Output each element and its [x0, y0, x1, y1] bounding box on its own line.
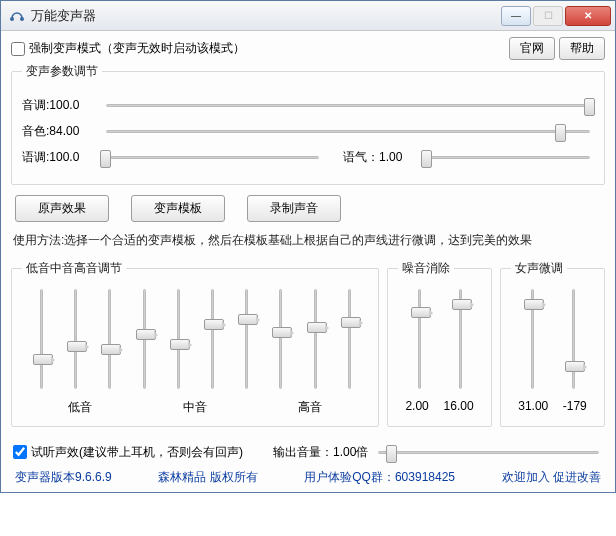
vertical-slider[interactable]	[203, 289, 221, 389]
action-buttons: 原声效果 变声模板 录制声音	[15, 195, 605, 222]
official-site-button[interactable]: 官网	[509, 37, 555, 60]
listen-input[interactable]	[13, 445, 27, 459]
svg-point-0	[10, 17, 14, 21]
welcome-text: 欢迎加入 促进改善	[502, 469, 601, 486]
titlebar[interactable]: 万能变声器 — ☐ ✕	[1, 1, 615, 31]
tone-mood-row: 语调:100.0 语气：1.00	[22, 148, 594, 166]
vertical-slider[interactable]	[523, 289, 541, 389]
record-sound-button[interactable]: 录制声音	[247, 195, 341, 222]
timbre-slider[interactable]	[106, 122, 590, 140]
window-title: 万能变声器	[31, 7, 499, 25]
eq-group: 低音中音高音调节 低音 中音 高音	[11, 260, 379, 427]
noise-v1: 2.00	[405, 399, 428, 413]
vertical-slider[interactable]	[135, 289, 153, 389]
pitch-row: 音调:100.0	[22, 96, 594, 114]
instruction-text: 使用方法:选择一个合适的变声模板，然后在模板基础上根据自己的声线进行微调，达到完…	[13, 232, 603, 249]
female-v1: 31.00	[518, 399, 548, 413]
force-mode-label: 强制变声模式（变声无效时启动该模式）	[29, 40, 245, 57]
help-button[interactable]: 帮助	[559, 37, 605, 60]
female-legend: 女声微调	[511, 260, 567, 277]
original-sound-button[interactable]: 原声效果	[15, 195, 109, 222]
vertical-slider[interactable]	[271, 289, 289, 389]
vertical-slider[interactable]	[306, 289, 324, 389]
female-sliders	[511, 285, 594, 395]
female-group: 女声微调 31.00 -179	[500, 260, 605, 427]
voice-template-button[interactable]: 变声模板	[131, 195, 225, 222]
noise-v2: 16.00	[444, 399, 474, 413]
version-text: 变声器版本9.6.6.9	[15, 469, 112, 486]
tone-slider[interactable]	[106, 148, 319, 166]
vertical-slider[interactable]	[169, 289, 187, 389]
copyright-text: 森林精品 版权所有	[158, 469, 257, 486]
eq-sliders	[22, 285, 368, 395]
vertical-slider[interactable]	[410, 289, 428, 389]
client-area: 强制变声模式（变声无效时启动该模式） 官网 帮助 变声参数调节 音调:100.0…	[1, 31, 615, 492]
listen-label: 试听声效(建议带上耳机，否则会有回声)	[31, 444, 243, 461]
output-volume-slider[interactable]	[378, 443, 599, 461]
pitch-label: 音调:100.0	[22, 97, 102, 114]
force-mode-checkbox[interactable]: 强制变声模式（变声无效时启动该模式）	[11, 40, 505, 57]
listen-checkbox[interactable]: 试听声效(建议带上耳机，否则会有回声)	[13, 444, 243, 461]
pitch-slider[interactable]	[106, 96, 590, 114]
timbre-row: 音色:84.00	[22, 122, 594, 140]
maximize-button: ☐	[533, 6, 563, 26]
eq-label-mid: 中音	[168, 399, 222, 416]
vertical-slider[interactable]	[451, 289, 469, 389]
qq-group: 用户体验QQ群：603918425	[304, 469, 455, 486]
mood-label: 语气：1.00	[343, 149, 423, 166]
params-group: 变声参数调节 音调:100.0 音色:84.00 语调:100.0	[11, 63, 605, 185]
params-legend: 变声参数调节	[22, 63, 102, 80]
noise-legend: 噪音消除	[398, 260, 454, 277]
timbre-label: 音色:84.00	[22, 123, 102, 140]
app-window: 万能变声器 — ☐ ✕ 强制变声模式（变声无效时启动该模式） 官网 帮助 变声参…	[0, 0, 616, 493]
minimize-button[interactable]: —	[501, 6, 531, 26]
mood-slider[interactable]	[427, 148, 590, 166]
female-v2: -179	[563, 399, 587, 413]
noise-labels: 2.00 16.00	[398, 399, 481, 413]
vertical-slider[interactable]	[100, 289, 118, 389]
lower-row: 低音中音高音调节 低音 中音 高音 噪音消除 2.00 16.00 女声微调	[11, 257, 605, 435]
vertical-slider[interactable]	[340, 289, 358, 389]
footer: 变声器版本9.6.6.9 森林精品 版权所有 用户体验QQ群：603918425…	[11, 467, 605, 488]
eq-labels: 低音 中音 高音	[22, 399, 368, 416]
qq-number-link[interactable]: 603918425	[395, 470, 455, 484]
vertical-slider[interactable]	[66, 289, 84, 389]
eq-label-low: 低音	[53, 399, 107, 416]
close-button[interactable]: ✕	[565, 6, 611, 26]
vertical-slider[interactable]	[564, 289, 582, 389]
female-labels: 31.00 -179	[511, 399, 594, 413]
force-mode-input[interactable]	[11, 42, 25, 56]
eq-legend: 低音中音高音调节	[22, 260, 126, 277]
window-controls: — ☐ ✕	[499, 6, 611, 26]
svg-point-1	[20, 17, 24, 21]
top-row: 强制变声模式（变声无效时启动该模式） 官网 帮助	[11, 37, 605, 60]
eq-label-high: 高音	[283, 399, 337, 416]
vertical-slider[interactable]	[32, 289, 50, 389]
noise-group: 噪音消除 2.00 16.00	[387, 260, 492, 427]
app-icon	[9, 8, 25, 24]
output-volume-label: 输出音量：1.00倍	[273, 444, 368, 461]
bottom-row: 试听声效(建议带上耳机，否则会有回声) 输出音量：1.00倍	[13, 443, 603, 461]
tone-label: 语调:100.0	[22, 149, 102, 166]
noise-sliders	[398, 285, 481, 395]
vertical-slider[interactable]	[237, 289, 255, 389]
